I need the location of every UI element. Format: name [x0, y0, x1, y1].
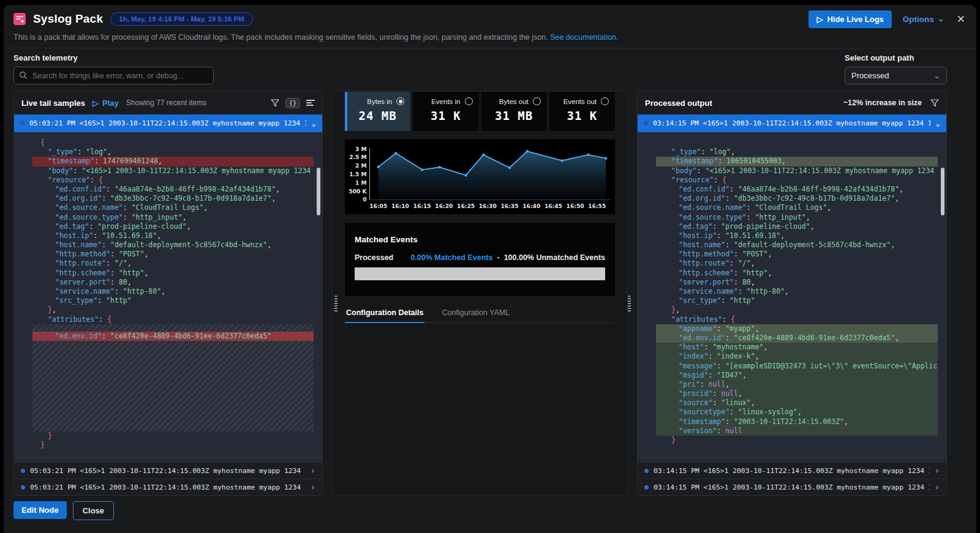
options-menu[interactable]: Options⌄ [903, 15, 944, 24]
code-line: "timestamp": 1747699401248, [32, 157, 314, 166]
code-line: "attributes": { [656, 315, 938, 324]
code-line: "service.name": "http-80", [656, 287, 938, 296]
svg-text:16:35: 16:35 [500, 203, 518, 209]
matched-events-progress-bar [355, 267, 605, 280]
code-line: } [32, 431, 314, 441]
text-view-toggle-icon[interactable] [306, 100, 315, 106]
code-line: "src_type": "http" [32, 296, 314, 305]
recent-items-count: Showing 77 recent items [126, 99, 206, 107]
scrollbar-thumb[interactable] [941, 168, 944, 215]
metric-events-in[interactable]: Events in 31 K [413, 92, 478, 131]
code-line: } [656, 436, 938, 445]
chevron-right-icon: › [935, 482, 940, 492]
size-increase-note: ~12% increase in size [843, 99, 922, 107]
modal-footer: Edit Node Close [4, 496, 976, 533]
svg-text:16:15: 16:15 [413, 203, 431, 209]
svg-text:16:05: 16:05 [369, 203, 387, 209]
search-icon [19, 71, 28, 80]
time-range-badge[interactable]: 1h, May, 19 4:16 PM - May, 19 5:16 PM [110, 12, 253, 26]
chevron-right-icon: › [311, 482, 315, 492]
metric-events-out[interactable]: Events out 31 K [549, 92, 615, 131]
filter-icon[interactable] [930, 99, 939, 107]
search-row: Search telemetry Select output path Proc… [4, 48, 976, 91]
chevron-right-icon: › [311, 466, 315, 475]
play-outline-icon: ▷ [816, 15, 823, 24]
code-line: "pri": null, [656, 380, 938, 389]
metric-bytes-in[interactable]: Bytes in 24 MB [345, 92, 410, 131]
code-line: "ed.conf.id": "46aa874e-b2b8-46ff-b998-4… [656, 185, 938, 194]
code-line: "server.port": 80, [32, 278, 314, 287]
code-line [656, 138, 938, 147]
code-line: "http.method": "POST", [656, 250, 938, 259]
selected-log-row[interactable]: 05:03:21 PM <165>1 2003-10-11T22:14:15.0… [14, 114, 322, 132]
chevron-down-icon: ⌄ [933, 73, 940, 79]
search-telemetry-label: Search telemetry [13, 53, 214, 62]
code-line: "http.method": "POST", [32, 250, 314, 259]
log-bullet-icon [20, 121, 24, 125]
log-row[interactable]: 03:14:15 PM <165>1 2003-10-11T22:14:15.0… [638, 479, 946, 495]
main-content: Live tail samples ▷Play Showing 77 recen… [4, 91, 976, 496]
masked-region [32, 324, 314, 332]
log-row[interactable]: 03:14:15 PM <165>1 2003-10-11T22:14:15.0… [638, 462, 946, 479]
code-line: "ed.source.name": "CloudTrail Logs", [656, 203, 938, 212]
tab-configuration-details[interactable]: Configuration Details [345, 305, 424, 323]
log-bullet-icon [644, 469, 649, 473]
code-line: { [32, 138, 314, 147]
code-line: "server.port": 80, [656, 278, 938, 287]
log-bullet-icon [644, 485, 649, 490]
live-tail-json-view: {"_type": "log","timestamp": 17476994012… [14, 132, 322, 462]
hide-live-logs-button[interactable]: ▷ Hide Live Logs [809, 10, 891, 28]
edit-node-button[interactable]: Edit Node [13, 501, 67, 519]
code-line: "ed.tag": "prod-pipeline-cloud", [656, 222, 938, 231]
code-line: "host.name": "default-deployment-5c8567c… [656, 240, 938, 250]
selected-log-row[interactable]: 03:14:15 PM <165>1 2003-10-11T22:14:15.0… [638, 114, 946, 132]
play-icon: ▷ [92, 99, 99, 108]
unmatched-percent: 100.00% Unmatched Events [504, 253, 605, 262]
see-documentation-link[interactable]: See documentation. [550, 33, 618, 42]
processed-output-title: Processed output [645, 99, 712, 108]
matched-percent[interactable]: 0.00% Matched Events [410, 253, 492, 262]
resize-handle-right[interactable] [628, 296, 631, 313]
code-line: "host.ip": "10.51.69.18", [656, 231, 938, 240]
log-row[interactable]: 05:03:21 PM <165>1 2003-10-11T22:14:15.0… [14, 462, 322, 479]
search-input[interactable] [13, 67, 214, 84]
resize-handle-left[interactable] [334, 296, 337, 313]
pack-description: This is a pack that allows for processin… [4, 33, 976, 48]
code-line: "_type": "log", [656, 147, 938, 157]
svg-text:16:20: 16:20 [435, 203, 453, 209]
code-line: "resource": { [656, 176, 938, 185]
log-bullet-icon [21, 469, 25, 473]
code-line: }, [656, 305, 938, 315]
close-button[interactable]: Close [73, 501, 114, 520]
code-line: "http.scheme": "http", [32, 269, 314, 278]
close-icon[interactable]: ✕ [956, 13, 967, 26]
metric-selector: Bytes in 24 MB Events in 31 K Bytes out … [345, 92, 615, 131]
code-line: "ed.source.name": "CloudTrail Logs", [32, 203, 314, 212]
svg-text:16:45: 16:45 [545, 203, 562, 209]
log-row[interactable]: 05:03:21 PM <165>1 2003-10-11T22:14:15.0… [14, 479, 322, 495]
code-line: "appname": "myapp", [656, 324, 938, 334]
code-line: "procid": null, [656, 389, 938, 398]
code-line: "body": "<165>1 2003-10-11T22:14:15.003Z… [656, 166, 938, 176]
filter-icon[interactable] [271, 99, 279, 107]
svg-text:16:30: 16:30 [479, 203, 497, 209]
output-path-select[interactable]: Processed ⌄ [845, 67, 947, 84]
tab-configuration-yaml[interactable]: Configuration YAML [440, 305, 511, 322]
processed-label: Processed [355, 253, 393, 262]
svg-text:2 M: 2 M [355, 163, 367, 169]
scrollbar-thumb[interactable] [317, 168, 320, 215]
output-path-label: Select output path [845, 53, 947, 62]
json-view-toggle-icon[interactable]: {} [285, 98, 300, 108]
log-bullet-icon [21, 485, 25, 490]
code-line: }, [32, 305, 314, 315]
metric-bytes-out[interactable]: Bytes out 31 MB [481, 92, 547, 131]
svg-text:16:50: 16:50 [567, 203, 584, 209]
pack-icon [13, 13, 26, 25]
code-line: "_type": "log", [32, 147, 314, 157]
play-button[interactable]: ▷Play [92, 99, 119, 108]
radio-icon [533, 97, 541, 105]
code-line: "index": "index-k", [656, 352, 938, 361]
code-line: "timestamp": "2003-10-11T22:14:15.003Z", [656, 417, 938, 427]
chevron-down-icon: ⌄ [935, 121, 940, 127]
chevron-down-icon: ⌄ [938, 16, 944, 22]
